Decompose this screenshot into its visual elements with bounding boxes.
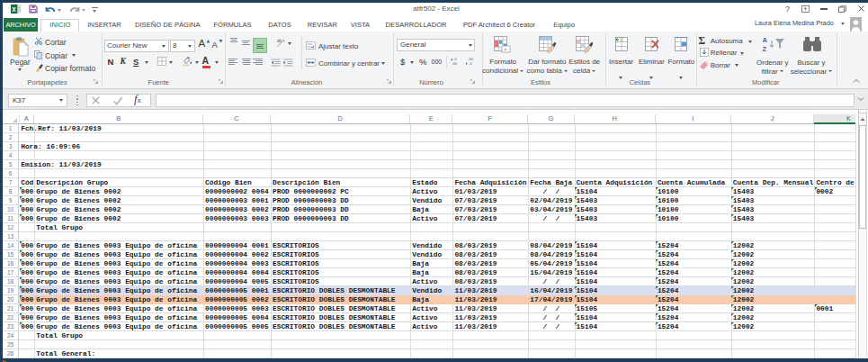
- svg-text:.00: .00: [452, 60, 457, 65]
- svg-text:≠: ≠: [504, 46, 506, 51]
- svg-text:Z: Z: [763, 45, 767, 53]
- svg-text:A: A: [763, 36, 768, 44]
- svg-text:ab: ab: [277, 39, 282, 43]
- svg-text:X: X: [12, 5, 16, 12]
